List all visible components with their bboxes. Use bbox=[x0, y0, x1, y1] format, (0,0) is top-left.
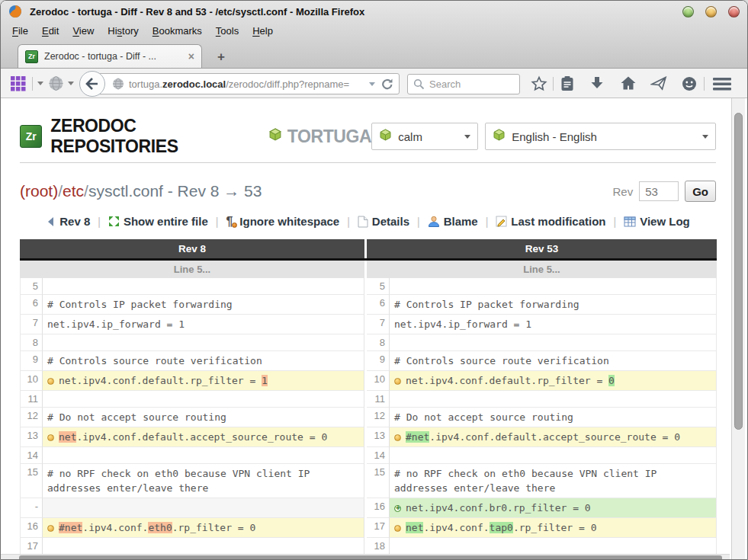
menu-bookmarks[interactable]: Bookmarks bbox=[146, 24, 209, 38]
send-plane-icon[interactable] bbox=[650, 76, 667, 94]
diff-table: 556# Controls IP packet forwarding6# Con… bbox=[20, 278, 717, 555]
search-box[interactable] bbox=[407, 74, 520, 94]
url-dropdown-caret-icon[interactable] bbox=[369, 82, 375, 86]
toolbar-rev-8[interactable]: Rev 8 bbox=[46, 215, 90, 228]
diff-line-number: 6 bbox=[367, 295, 390, 315]
diff-code-cell: net.ipv4.conf.default.rp_filter = 1 bbox=[43, 371, 364, 391]
feedback-smiley-icon[interactable] bbox=[681, 75, 698, 95]
changed-line-icon bbox=[394, 525, 401, 532]
window-titlebar: Zerodoc - tortuga - Diff - Rev 8 and 53 … bbox=[1, 1, 747, 22]
diff-view: Rev 8 Rev 53 Line 5... Line 5... 556# Co… bbox=[20, 239, 717, 555]
diff-code-cell bbox=[390, 447, 717, 464]
cube-icon bbox=[493, 129, 506, 145]
diff-code-cell: net.ipv4.conf.default.accept_source_rout… bbox=[43, 427, 364, 447]
language-select-value: English - English bbox=[512, 130, 597, 143]
changed-line-icon bbox=[47, 378, 54, 385]
globe-button[interactable] bbox=[48, 75, 64, 94]
menu-edit[interactable]: Edit bbox=[35, 24, 66, 38]
right-revision-header: Rev 53 bbox=[367, 239, 717, 258]
firefox-window: Zerodoc - tortuga - Diff - Rev 8 and 53 … bbox=[0, 0, 748, 560]
diff-line-number: 5 bbox=[20, 278, 43, 295]
url-bar[interactable]: tortuga.zerodoc.local/zerodoc/diff.php?r… bbox=[92, 73, 400, 94]
globe-dropdown-caret-icon[interactable] bbox=[68, 82, 74, 85]
tab-groups-icon[interactable] bbox=[10, 75, 27, 95]
language-select[interactable]: English - English bbox=[485, 123, 716, 150]
breadcrumb: (root)/etc/sysctl.conf - Rev 8 → 53 bbox=[20, 182, 262, 200]
diff-line-number: 9 bbox=[367, 351, 390, 371]
cube-icon bbox=[268, 128, 282, 145]
window-minimize-button[interactable] bbox=[682, 6, 694, 18]
diff-line-number: 16 bbox=[20, 518, 43, 538]
diff-code-cell: # Do not accept source routing bbox=[43, 408, 364, 427]
menu-file[interactable]: File bbox=[5, 24, 35, 38]
menu-view[interactable]: View bbox=[66, 24, 101, 38]
toolbar-blame[interactable]: Blame bbox=[428, 215, 478, 228]
window-title: Zerodoc - tortuga - Diff - Rev 8 and 53 … bbox=[30, 6, 364, 18]
toolbar-last-modification[interactable]: Last modification bbox=[496, 215, 605, 228]
tab-close-icon[interactable]: × bbox=[188, 50, 194, 62]
separator: | bbox=[98, 216, 101, 228]
toolbar-ignore-whitespace[interactable]: ¶Ignore whitespace bbox=[226, 215, 339, 229]
breadcrumb-root-link[interactable]: (root) bbox=[20, 182, 58, 200]
site-globe-icon[interactable] bbox=[112, 78, 124, 90]
toolbar-show-entire-file[interactable]: Show entire file bbox=[108, 215, 208, 228]
go-button[interactable]: Go bbox=[685, 181, 716, 202]
diff-subheader-row: Line 5... Line 5... bbox=[20, 261, 717, 278]
vertical-scrollbar-thumb[interactable] bbox=[734, 113, 743, 430]
diff-line-number: 8 bbox=[20, 334, 43, 351]
diff-line-number: 17 bbox=[20, 538, 43, 555]
download-icon[interactable] bbox=[589, 76, 605, 94]
separator: | bbox=[486, 216, 489, 228]
zerodoc-favicon: Zr bbox=[25, 50, 38, 63]
toolbar-details[interactable]: Details bbox=[358, 215, 409, 228]
cube-icon bbox=[379, 129, 392, 145]
bookmark-star-icon[interactable] bbox=[531, 75, 547, 95]
window-close-button[interactable] bbox=[728, 6, 740, 18]
diff-code-cell: # Controls IP packet forwarding bbox=[390, 295, 717, 315]
separator: | bbox=[417, 216, 420, 228]
diff-line-number: 8 bbox=[367, 334, 390, 351]
new-tab-button[interactable]: + bbox=[211, 50, 231, 65]
clipboard-icon[interactable] bbox=[560, 75, 575, 95]
menu-help[interactable]: Help bbox=[246, 24, 280, 38]
diff-line-number: 7 bbox=[20, 315, 43, 334]
chevron-down-icon bbox=[464, 135, 470, 139]
url-text[interactable]: tortuga.zerodoc.local/zerodoc/diff.php?r… bbox=[129, 78, 349, 90]
breadcrumb-etc-link[interactable]: etc bbox=[63, 182, 84, 200]
diff-code-cell: #net.ipv4.conf.default.accept_source_rou… bbox=[390, 427, 717, 447]
added-line-icon bbox=[394, 505, 401, 512]
toolbar-view-log[interactable]: View Log bbox=[624, 215, 690, 228]
menu-bar: FileEditViewHistoryBookmarksToolsHelp bbox=[1, 22, 747, 39]
theme-select[interactable]: calm bbox=[371, 123, 478, 150]
home-icon[interactable] bbox=[620, 75, 637, 94]
breadcrumb-row: (root)/etc/sysctl.conf - Rev 8 → 53 Rev … bbox=[20, 179, 716, 203]
diff-line-number: 14 bbox=[367, 447, 390, 464]
window-maximize-button[interactable] bbox=[705, 6, 717, 18]
horizontal-scrollbar-thumb[interactable] bbox=[19, 555, 722, 560]
rev-input[interactable] bbox=[639, 181, 679, 201]
separator: | bbox=[347, 216, 350, 228]
diff-code-cell bbox=[390, 278, 717, 295]
diff-header-row: Rev 8 Rev 53 bbox=[20, 239, 717, 261]
menu-history[interactable]: History bbox=[101, 24, 145, 38]
vertical-scrollbar[interactable] bbox=[731, 98, 745, 560]
site-header: Zr ZERODOC REPOSITORIES TORTUGA calm bbox=[20, 122, 716, 151]
dropdown-caret-icon[interactable] bbox=[37, 82, 43, 85]
search-input[interactable] bbox=[429, 78, 506, 90]
browser-tab[interactable]: Zr Zerodoc - tortuga - Diff - ... × bbox=[18, 44, 202, 68]
diff-line-number: 15 bbox=[367, 464, 390, 498]
changed-line-icon bbox=[47, 525, 54, 532]
reload-icon[interactable] bbox=[381, 78, 393, 90]
left-revision-header: Rev 8 bbox=[20, 239, 364, 258]
menu-tools[interactable]: Tools bbox=[209, 24, 246, 38]
diff-line-number: 17 bbox=[367, 518, 390, 538]
back-button[interactable] bbox=[79, 71, 105, 97]
hamburger-menu-icon[interactable] bbox=[713, 78, 731, 94]
divider bbox=[20, 162, 716, 163]
chevron-down-icon bbox=[702, 135, 708, 139]
diff-line-number: 11 bbox=[367, 391, 390, 408]
diff-toolbar: Rev 8|Show entire file|¶Ignore whitespac… bbox=[20, 214, 716, 229]
diff-line-number: 12 bbox=[367, 408, 390, 427]
diff-line-number: 18 bbox=[367, 538, 390, 555]
horizontal-scrollbar[interactable] bbox=[1, 554, 730, 560]
